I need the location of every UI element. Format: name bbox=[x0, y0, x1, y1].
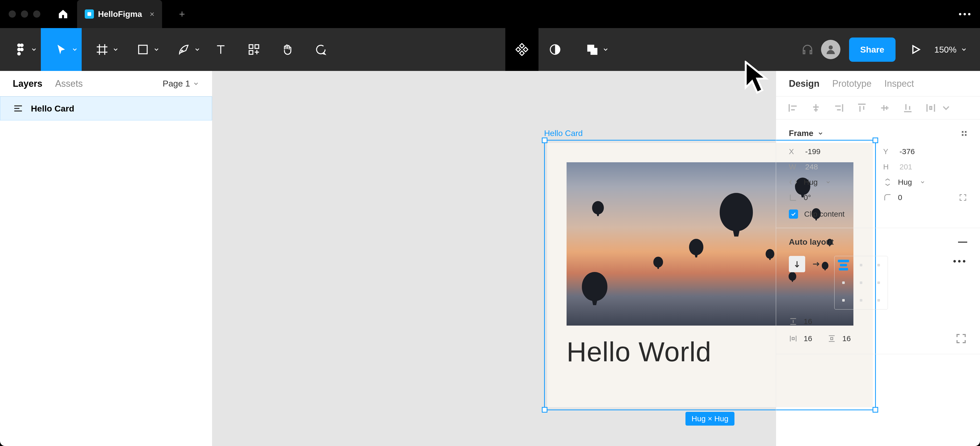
right-panel-tabs: Design Prototype Inspect bbox=[776, 71, 980, 97]
present-button[interactable] bbox=[904, 38, 927, 61]
angle-icon bbox=[789, 193, 797, 202]
independent-corners-icon[interactable] bbox=[959, 193, 967, 202]
direction-horizontal-button[interactable] bbox=[808, 256, 824, 272]
design-tab[interactable]: Design bbox=[789, 78, 819, 89]
rotation-field[interactable]: 0° bbox=[789, 193, 873, 202]
corner-radius-icon bbox=[883, 193, 892, 202]
independent-padding-icon[interactable] bbox=[955, 332, 967, 345]
svg-point-4 bbox=[20, 48, 24, 51]
w-field[interactable]: W248 bbox=[789, 162, 873, 171]
assets-tab[interactable]: Assets bbox=[55, 78, 83, 89]
text-icon bbox=[215, 43, 227, 56]
main-menu-button[interactable] bbox=[0, 28, 41, 71]
w-mode-field[interactable]: Hug bbox=[789, 178, 873, 187]
zoom-selector[interactable]: 150% bbox=[929, 44, 972, 55]
user-avatar[interactable] bbox=[821, 40, 840, 59]
frame-tool-button[interactable] bbox=[82, 28, 123, 71]
left-panel: Layers Assets Page 1 Hello Card bbox=[0, 71, 212, 446]
window-title-bar: HelloFigma × + ••• bbox=[0, 0, 980, 28]
svg-point-7 bbox=[181, 50, 183, 52]
h-mode-field[interactable]: Hug bbox=[883, 178, 967, 187]
svg-rect-8 bbox=[249, 44, 253, 49]
play-icon bbox=[910, 44, 921, 55]
h-padding-icon bbox=[789, 334, 797, 343]
left-panel-tabs: Layers Assets Page 1 bbox=[0, 71, 212, 97]
close-tab-button[interactable]: × bbox=[150, 10, 154, 19]
distribute-icon[interactable] bbox=[925, 102, 936, 114]
inspect-tab[interactable]: Inspect bbox=[884, 78, 914, 89]
clip-content-checkbox[interactable] bbox=[789, 210, 798, 219]
direction-vertical-button[interactable] bbox=[789, 256, 805, 272]
boolean-union-icon bbox=[586, 43, 598, 56]
svg-rect-13 bbox=[516, 47, 520, 52]
chevron-down-icon[interactable] bbox=[818, 130, 824, 136]
resize-handle-tl[interactable] bbox=[542, 138, 547, 143]
prototype-tab[interactable]: Prototype bbox=[832, 78, 872, 89]
align-bottom-icon[interactable] bbox=[902, 102, 913, 114]
cursor-overlay bbox=[743, 61, 769, 97]
auto-layout-frame-icon bbox=[13, 103, 23, 114]
remove-auto-layout-button[interactable] bbox=[958, 241, 967, 243]
share-button[interactable]: Share bbox=[849, 38, 896, 62]
new-tab-button[interactable]: + bbox=[174, 6, 189, 22]
comment-tool-button[interactable] bbox=[304, 28, 337, 71]
workspace: Layers Assets Page 1 Hello Card Hello Ca… bbox=[0, 71, 980, 446]
layers-list: Hello Card bbox=[0, 97, 212, 446]
resize-handle-bl[interactable] bbox=[542, 407, 547, 413]
home-tab[interactable] bbox=[49, 0, 77, 28]
move-tool-button[interactable] bbox=[41, 28, 82, 71]
chevron-down-icon bbox=[153, 46, 160, 53]
close-window-button[interactable] bbox=[9, 11, 16, 17]
clip-content-label: Clip content bbox=[804, 210, 845, 218]
auto-layout-more-button[interactable]: ••• bbox=[953, 256, 967, 267]
text-tool-button[interactable] bbox=[204, 28, 237, 71]
align-right-icon[interactable] bbox=[833, 102, 845, 114]
arrow-right-icon bbox=[811, 260, 820, 268]
component-icon bbox=[515, 43, 528, 56]
layer-item-hello-card[interactable]: Hello Card bbox=[0, 97, 212, 121]
shape-tool-button[interactable] bbox=[123, 28, 163, 71]
canvas[interactable]: Hello Card Hello World Hug × bbox=[212, 71, 776, 446]
svg-rect-11 bbox=[520, 44, 524, 48]
chevron-down-icon[interactable] bbox=[940, 102, 952, 114]
resize-to-fit-icon[interactable] bbox=[961, 130, 967, 136]
h-padding-field[interactable]: 16 bbox=[789, 332, 812, 345]
minimize-window-button[interactable] bbox=[21, 11, 28, 17]
boolean-tool-button[interactable] bbox=[572, 28, 612, 71]
rectangle-icon bbox=[137, 43, 149, 56]
maximize-window-button[interactable] bbox=[33, 11, 40, 17]
hand-tool-button[interactable] bbox=[270, 28, 304, 71]
check-icon bbox=[791, 211, 797, 217]
frame-icon bbox=[96, 43, 108, 56]
clip-content-row[interactable]: Clip content bbox=[789, 210, 967, 219]
alignment-grid[interactable] bbox=[834, 256, 888, 310]
resources-tool-button[interactable] bbox=[237, 28, 270, 71]
file-tab[interactable]: HelloFigma × bbox=[77, 0, 162, 28]
chevron-down-icon bbox=[920, 179, 925, 185]
comment-icon bbox=[314, 43, 327, 56]
component-tool-button[interactable] bbox=[505, 28, 538, 71]
x-field[interactable]: X-199 bbox=[789, 147, 873, 156]
align-v-center-icon[interactable] bbox=[879, 102, 891, 114]
h-field[interactable]: H201 bbox=[883, 162, 967, 171]
layers-tab[interactable]: Layers bbox=[13, 78, 42, 89]
align-left-icon[interactable] bbox=[788, 102, 799, 114]
gap-field[interactable]: 16 bbox=[789, 317, 967, 326]
y-field[interactable]: Y-376 bbox=[883, 147, 967, 156]
corner-radius-field[interactable]: 0 bbox=[883, 193, 967, 202]
toolbar: Share 150% bbox=[0, 28, 980, 71]
svg-point-5 bbox=[18, 52, 21, 56]
v-padding-field[interactable]: 16 bbox=[827, 332, 851, 345]
audio-button[interactable] bbox=[796, 28, 819, 71]
svg-rect-6 bbox=[138, 45, 147, 54]
pen-tool-button[interactable] bbox=[163, 28, 204, 71]
window-controls bbox=[0, 11, 49, 17]
align-h-center-icon[interactable] bbox=[810, 102, 821, 114]
page-selector[interactable]: Page 1 bbox=[162, 79, 199, 89]
headphones-icon bbox=[801, 43, 814, 56]
chevron-down-icon bbox=[192, 80, 199, 87]
window-menu-button[interactable]: ••• bbox=[959, 9, 972, 19]
frame-label[interactable]: Hello Card bbox=[544, 129, 583, 138]
mask-tool-button[interactable] bbox=[538, 28, 572, 71]
align-top-icon[interactable] bbox=[856, 102, 867, 114]
